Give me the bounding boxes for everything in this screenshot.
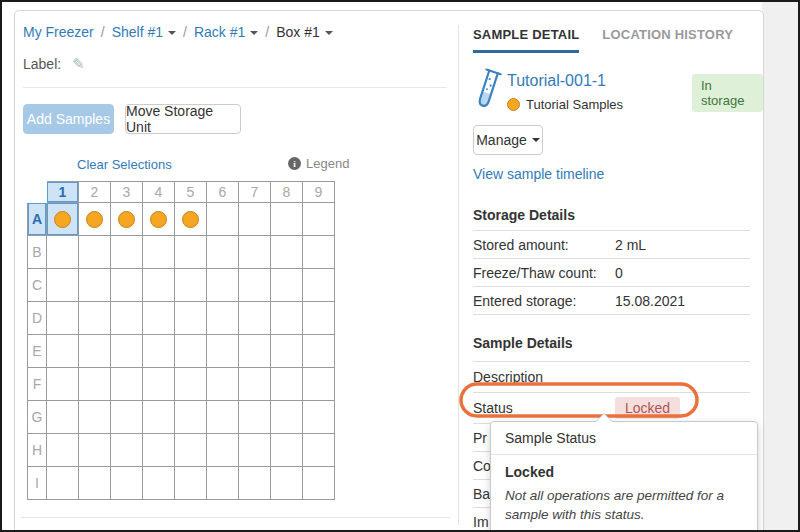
grid-cell-I2[interactable] [79, 467, 111, 500]
grid-cell-D9[interactable] [303, 302, 335, 335]
grid-cell-C3[interactable] [111, 269, 143, 302]
grid-cell-B9[interactable] [303, 236, 335, 269]
grid-cell-C2[interactable] [79, 269, 111, 302]
grid-cell-E7[interactable] [239, 335, 271, 368]
grid-cell-C5[interactable] [175, 269, 207, 302]
grid-cell-A2[interactable] [79, 203, 111, 236]
grid-cell-H7[interactable] [239, 434, 271, 467]
grid-row-header-I[interactable]: I [27, 467, 47, 500]
grid-cell-E9[interactable] [303, 335, 335, 368]
grid-row-header-F[interactable]: F [27, 368, 47, 401]
grid-cell-D8[interactable] [271, 302, 303, 335]
grid-cell-E8[interactable] [271, 335, 303, 368]
grid-cell-I6[interactable] [207, 467, 239, 500]
grid-cell-E6[interactable] [207, 335, 239, 368]
grid-col-header-5[interactable]: 5 [175, 181, 207, 203]
grid-cell-I8[interactable] [271, 467, 303, 500]
grid-cell-G2[interactable] [79, 401, 111, 434]
grid-cell-A3[interactable] [111, 203, 143, 236]
grid-col-header-2[interactable]: 2 [79, 181, 111, 203]
grid-col-header-1[interactable]: 1 [47, 181, 79, 203]
grid-row-header-D[interactable]: D [27, 302, 47, 335]
grid-cell-F6[interactable] [207, 368, 239, 401]
grid-col-header-4[interactable]: 4 [143, 181, 175, 203]
grid-cell-D6[interactable] [207, 302, 239, 335]
grid-cell-F1[interactable] [47, 368, 79, 401]
grid-cell-H5[interactable] [175, 434, 207, 467]
grid-row-header-A[interactable]: A [27, 203, 47, 236]
grid-cell-B8[interactable] [271, 236, 303, 269]
breadcrumb-item-shelf-1[interactable]: Shelf #1 [112, 24, 163, 40]
grid-cell-C6[interactable] [207, 269, 239, 302]
grid-cell-I7[interactable] [239, 467, 271, 500]
grid-cell-D7[interactable] [239, 302, 271, 335]
grid-cell-H3[interactable] [111, 434, 143, 467]
grid-cell-D3[interactable] [111, 302, 143, 335]
grid-cell-H9[interactable] [303, 434, 335, 467]
manage-button[interactable]: Manage [473, 125, 543, 155]
grid-cell-G7[interactable] [239, 401, 271, 434]
grid-cell-F9[interactable] [303, 368, 335, 401]
grid-cell-E1[interactable] [47, 335, 79, 368]
grid-cell-G5[interactable] [175, 401, 207, 434]
breadcrumb-item-rack-1[interactable]: Rack #1 [194, 24, 245, 40]
grid-cell-H4[interactable] [143, 434, 175, 467]
grid-cell-B6[interactable] [207, 236, 239, 269]
grid-cell-C9[interactable] [303, 269, 335, 302]
grid-cell-D5[interactable] [175, 302, 207, 335]
grid-row-header-G[interactable]: G [27, 401, 47, 434]
grid-col-header-3[interactable]: 3 [111, 181, 143, 203]
tab-sample-detail[interactable]: SAMPLE DETAIL [473, 27, 579, 53]
grid-cell-E4[interactable] [143, 335, 175, 368]
grid-cell-D2[interactable] [79, 302, 111, 335]
grid-cell-B1[interactable] [47, 236, 79, 269]
grid-cell-B3[interactable] [111, 236, 143, 269]
grid-cell-E2[interactable] [79, 335, 111, 368]
grid-cell-D4[interactable] [143, 302, 175, 335]
grid-col-header-8[interactable]: 8 [271, 181, 303, 203]
grid-cell-G8[interactable] [271, 401, 303, 434]
grid-cell-I9[interactable] [303, 467, 335, 500]
grid-cell-F7[interactable] [239, 368, 271, 401]
grid-cell-A7[interactable] [239, 203, 271, 236]
grid-cell-A8[interactable] [271, 203, 303, 236]
breadcrumb-item-box-1[interactable]: Box #1 [276, 24, 320, 40]
grid-cell-G9[interactable] [303, 401, 335, 434]
grid-cell-I4[interactable] [143, 467, 175, 500]
grid-cell-D1[interactable] [47, 302, 79, 335]
grid-cell-C8[interactable] [271, 269, 303, 302]
view-sample-timeline-link[interactable]: View sample timeline [473, 166, 604, 182]
grid-cell-B7[interactable] [239, 236, 271, 269]
legend-toggle[interactable]: i Legend [288, 156, 349, 171]
grid-cell-A5[interactable] [175, 203, 207, 236]
grid-col-header-6[interactable]: 6 [207, 181, 239, 203]
grid-cell-C7[interactable] [239, 269, 271, 302]
grid-cell-H1[interactable] [47, 434, 79, 467]
grid-col-header-7[interactable]: 7 [239, 181, 271, 203]
grid-cell-A1[interactable] [47, 203, 79, 236]
pencil-icon[interactable]: ✎ [72, 55, 85, 73]
move-storage-unit-button[interactable]: Move Storage Unit [125, 104, 241, 134]
grid-row-header-E[interactable]: E [27, 335, 47, 368]
grid-cell-F3[interactable] [111, 368, 143, 401]
grid-cell-B5[interactable] [175, 236, 207, 269]
add-samples-button[interactable]: Add Samples [23, 104, 114, 134]
grid-cell-I3[interactable] [111, 467, 143, 500]
grid-cell-E3[interactable] [111, 335, 143, 368]
sample-name-link[interactable]: Tutorial-001-1 [507, 72, 606, 90]
tab-location-history[interactable]: LOCATION HISTORY [602, 27, 733, 53]
grid-cell-A9[interactable] [303, 203, 335, 236]
grid-cell-H6[interactable] [207, 434, 239, 467]
grid-cell-G3[interactable] [111, 401, 143, 434]
grid-cell-B2[interactable] [79, 236, 111, 269]
grid-cell-F4[interactable] [143, 368, 175, 401]
grid-row-header-H[interactable]: H [27, 434, 47, 467]
grid-cell-F5[interactable] [175, 368, 207, 401]
grid-cell-A6[interactable] [207, 203, 239, 236]
grid-cell-H2[interactable] [79, 434, 111, 467]
grid-cell-G1[interactable] [47, 401, 79, 434]
grid-cell-F2[interactable] [79, 368, 111, 401]
grid-cell-C4[interactable] [143, 269, 175, 302]
clear-selections-link[interactable]: Clear Selections [77, 157, 172, 172]
grid-row-header-B[interactable]: B [27, 236, 47, 269]
